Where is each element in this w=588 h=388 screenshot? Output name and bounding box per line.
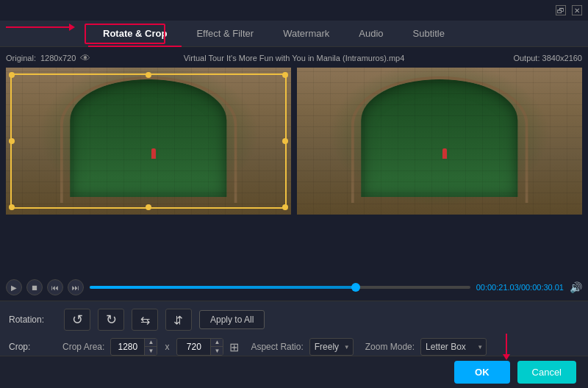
output-res-group: Output: 3840x2160 — [513, 54, 582, 62]
restore-button[interactable]: 🗗 — [556, 5, 566, 15]
flip-vertical-button[interactable]: ⇆ — [165, 309, 192, 331]
crop-height-group: 720 ▲ ▼ — [176, 338, 223, 356]
original-res: 1280x720 — [40, 54, 76, 62]
stop-button[interactable]: ⏹ — [26, 279, 43, 295]
tab-effect-filter[interactable]: Effect & Filter — [182, 21, 268, 47]
rotation-label: Rotation: — [9, 315, 57, 325]
crop-height-up[interactable]: ▲ — [211, 339, 223, 347]
apply-to-all-button[interactable]: Apply to All — [199, 310, 265, 329]
progress-thumb[interactable] — [351, 283, 360, 292]
zoom-mode-select-wrapper: Letter Box Pan & Scan Full — [420, 338, 487, 356]
main-content: Original: 1280x720 👁 Virtual Tour It's M… — [0, 47, 588, 388]
output-video-preview — [297, 68, 582, 215]
crop-width-spinners: ▲ ▼ — [144, 339, 157, 355]
video-filename: Virtual Tour It's More Fun with You in M… — [184, 54, 405, 62]
crop-height-input[interactable]: 720 — [177, 340, 210, 354]
crop-area-label: Crop Area: — [62, 342, 104, 352]
aspect-ratio-label: Aspect Ratio: — [251, 342, 303, 352]
ok-button[interactable]: OK — [454, 361, 510, 384]
tab-watermark[interactable]: Watermark — [268, 21, 344, 47]
tab-rotate-crop[interactable]: Rotate & Crop — [88, 21, 182, 47]
flip-horizontal-button[interactable]: ⇆ — [132, 309, 158, 331]
title-bar: 🗗 ✕ — [0, 0, 588, 21]
close-button[interactable]: ✕ — [572, 5, 582, 15]
annotation-arrow-tab — [6, 26, 72, 28]
rotate-left-icon: ↺ — [72, 312, 83, 328]
rotate-left-button[interactable]: ↺ — [64, 309, 90, 331]
progress-bar[interactable] — [90, 286, 470, 289]
timeline-controls: ▶ ⏹ ⏮ ⏭ — [6, 279, 84, 295]
output-label: Output: — [513, 54, 539, 62]
time-display: 00:00:21.03/00:00:30.01 — [476, 283, 564, 292]
crop-row: Crop: Crop Area: 1280 ▲ ▼ x 720 ▲ ▼ ⊞ As… — [9, 338, 579, 356]
flip-h-icon: ⇆ — [140, 313, 150, 327]
aspect-ratio-select-wrapper: Freely 16:9 4:3 1:1 — [309, 338, 354, 356]
next-frame-button[interactable]: ⏭ — [68, 279, 84, 295]
video-info-left: Original: 1280x720 👁 — [6, 52, 90, 64]
progress-fill — [90, 286, 356, 289]
video-panel-right — [297, 68, 582, 215]
volume-icon[interactable]: 🔊 — [570, 281, 582, 293]
rotate-right-button[interactable]: ↻ — [98, 309, 124, 331]
tab-audio[interactable]: Audio — [344, 21, 398, 47]
prev-frame-button[interactable]: ⏮ — [47, 279, 63, 295]
video-panel-left — [6, 68, 291, 215]
current-time: 00:00:21.03 — [476, 283, 519, 292]
link-dimensions-icon[interactable]: ⊞ — [229, 340, 239, 354]
rotation-row: Rotation: ↺ ↻ ⇆ ⇆ Apply to All — [9, 309, 579, 331]
dimension-separator: x — [163, 342, 171, 352]
crop-width-up[interactable]: ▲ — [145, 339, 157, 347]
crop-width-group: 1280 ▲ ▼ — [110, 338, 157, 356]
tab-subtitle[interactable]: Subtitle — [398, 21, 459, 47]
cancel-button[interactable]: Cancel — [517, 361, 576, 384]
total-time: 00:00:30.01 — [521, 283, 564, 292]
flip-v-icon: ⇆ — [172, 315, 186, 325]
zoom-mode-select[interactable]: Letter Box Pan & Scan Full — [420, 338, 487, 356]
eye-icon[interactable]: 👁 — [80, 52, 90, 64]
crop-width-input[interactable]: 1280 — [111, 340, 144, 354]
zoom-mode-label: Zoom Mode: — [365, 342, 415, 352]
video-area: Original: 1280x720 👁 Virtual Tour It's M… — [0, 47, 588, 274]
original-video-preview — [6, 68, 291, 215]
bottom-bar: OK Cancel — [0, 356, 588, 388]
crop-height-spinners: ▲ ▼ — [210, 339, 223, 355]
original-label: Original: — [6, 54, 36, 62]
crop-label: Crop: — [9, 342, 57, 352]
rotate-right-icon: ↻ — [106, 312, 117, 328]
output-res: 3840x2160 — [542, 54, 582, 62]
crop-width-down[interactable]: ▼ — [145, 347, 157, 355]
video-panels — [6, 68, 582, 215]
aspect-ratio-select[interactable]: Freely 16:9 4:3 1:1 — [309, 338, 354, 356]
tabs-bar: Rotate & Crop Effect & Filter Watermark … — [0, 21, 588, 47]
play-button[interactable]: ▶ — [6, 279, 22, 295]
video-info-bar: Original: 1280x720 👁 Virtual Tour It's M… — [6, 50, 582, 66]
timeline-area: ▶ ⏹ ⏮ ⏭ 00:00:21.03/00:00:30.01 🔊 — [0, 274, 588, 301]
crop-height-down[interactable]: ▼ — [211, 347, 223, 355]
